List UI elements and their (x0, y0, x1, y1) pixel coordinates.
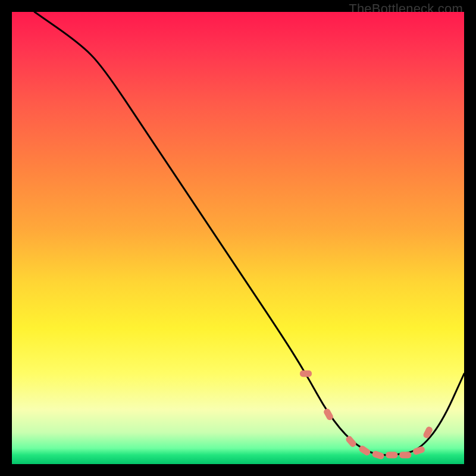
chart-plot-area (12, 12, 464, 464)
chart-svg (12, 12, 464, 464)
bottleneck-curve-line (35, 12, 464, 455)
highlight-marker (399, 452, 411, 458)
highlight-marker (371, 450, 384, 460)
highlight-marker (300, 371, 312, 377)
highlight-marker (386, 452, 397, 458)
highlight-marker (345, 435, 357, 448)
highlight-markers (300, 371, 434, 461)
highlight-marker (422, 425, 434, 439)
